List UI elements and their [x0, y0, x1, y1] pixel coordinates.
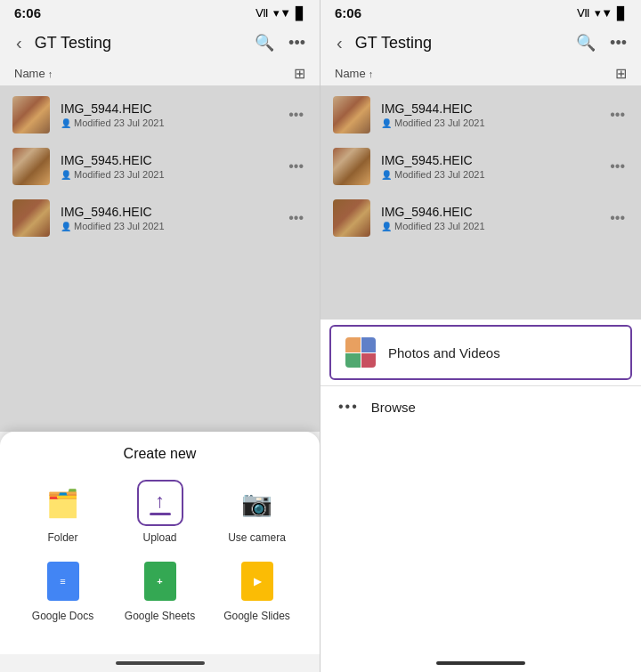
- browse-option[interactable]: ••• Browse: [320, 385, 641, 427]
- right-phone-panel: 6:06 Ⅶ ▾▼ ▊ ‹ GT Testing 🔍 ••• Name ↑ ⊞ …: [320, 0, 641, 672]
- camera-label: Use camera: [228, 531, 286, 544]
- file-info-2-right: IMG_5945.HEIC 👤 Modified 23 Jul 2021: [381, 153, 596, 180]
- camera-option[interactable]: 📷 Use camera: [222, 480, 293, 544]
- nav-title-left: GT Testing: [35, 34, 244, 53]
- status-icons-left: Ⅶ ▾▼ ▊: [256, 6, 305, 20]
- grid-icon-right[interactable]: ⊞: [615, 65, 627, 82]
- back-button-left[interactable]: ‹: [11, 31, 28, 55]
- back-button-right[interactable]: ‹: [331, 31, 348, 55]
- file-meta-icon-3-left: 👤: [61, 222, 71, 231]
- file-item-1-right[interactable]: IMG_5944.HEIC 👤 Modified 23 Jul 2021 •••: [320, 89, 641, 141]
- file-item-2-left[interactable]: IMG_5945.HEIC 👤 Modified 23 Jul 2021 •••: [0, 141, 320, 192]
- file-info-1-left: IMG_5944.HEIC 👤 Modified 23 Jul 2021: [61, 101, 274, 128]
- home-indicator-left: [0, 654, 320, 672]
- sheet-row-2: ≡ Google Docs + Google Sheets ▶: [0, 555, 320, 626]
- search-icon-right[interactable]: 🔍: [572, 29, 599, 56]
- file-thumb-3-right: [333, 199, 370, 237]
- file-meta-icon-1-right: 👤: [381, 118, 392, 128]
- folder-label: Folder: [47, 531, 77, 544]
- browse-icon: •••: [338, 399, 359, 415]
- sheet-title: Create new: [0, 446, 320, 462]
- file-item-3-left[interactable]: IMG_5946.HEIC 👤 Modified 23 Jul 2021 •••: [0, 192, 320, 244]
- gslides-icon: ▶: [241, 562, 273, 601]
- gdocs-option[interactable]: ≡ Google Docs: [28, 558, 99, 622]
- battery-icon-left: ▊: [296, 6, 305, 20]
- file-item-1-left[interactable]: IMG_5944.HEIC 👤 Modified 23 Jul 2021 •••: [0, 89, 320, 141]
- bottom-spacer-right: [320, 427, 641, 654]
- file-meta-3-right: 👤 Modified 23 Jul 2021: [381, 221, 596, 231]
- home-indicator-right: [320, 654, 641, 672]
- sort-arrow-right: ↑: [369, 69, 374, 79]
- file-more-2-right[interactable]: •••: [606, 155, 629, 178]
- browse-label: Browse: [371, 400, 416, 415]
- file-meta-2-right: 👤 Modified 23 Jul 2021: [381, 169, 596, 180]
- upload-icon: ↑: [150, 491, 171, 515]
- status-bar-left: 6:06 Ⅶ ▾▼ ▊: [0, 0, 320, 24]
- gsheets-option[interactable]: + Google Sheets: [125, 558, 196, 622]
- file-thumb-1-right: [333, 96, 370, 134]
- file-item-3-right[interactable]: IMG_5946.HEIC 👤 Modified 23 Jul 2021 •••: [320, 192, 641, 244]
- home-bar-left: [116, 661, 205, 665]
- gdocs-label: Google Docs: [32, 610, 93, 622]
- status-bar-right: 6:06 Ⅶ ▾▼ ▊: [320, 0, 641, 24]
- nav-title-right: GT Testing: [355, 34, 565, 53]
- file-info-2-left: IMG_5945.HEIC 👤 Modified 23 Jul 2021: [61, 153, 274, 180]
- file-thumb-3-left: [12, 199, 50, 237]
- file-name-3-left: IMG_5946.HEIC: [61, 205, 274, 219]
- sort-bar-left: Name ↑ ⊞: [0, 61, 320, 85]
- upload-icon-box: ↑: [137, 480, 183, 526]
- gslides-option[interactable]: ▶ Google Slides: [222, 558, 293, 622]
- file-info-3-left: IMG_5946.HEIC 👤 Modified 23 Jul 2021: [61, 205, 274, 231]
- file-info-3-right: IMG_5946.HEIC 👤 Modified 23 Jul 2021: [381, 205, 596, 231]
- file-more-1-right[interactable]: •••: [606, 103, 629, 126]
- gsheets-icon-box: +: [137, 558, 183, 604]
- status-icons-right: Ⅶ ▾▼ ▊: [577, 6, 627, 20]
- gsheets-icon: +: [144, 562, 176, 601]
- nav-bar-left: ‹ GT Testing 🔍 •••: [0, 24, 320, 61]
- file-meta-1-left: 👤 Modified 23 Jul 2021: [61, 117, 274, 128]
- wifi-icon-left: ▾▼: [273, 6, 291, 20]
- sort-label-left[interactable]: Name ↑: [14, 67, 53, 80]
- more-icon-left[interactable]: •••: [285, 30, 309, 56]
- home-bar-right: [436, 661, 525, 665]
- upload-option[interactable]: ↑ Upload: [125, 480, 196, 544]
- file-more-1-left[interactable]: •••: [285, 103, 307, 126]
- left-phone-panel: 6:06 Ⅶ ▾▼ ▊ ‹ GT Testing 🔍 ••• Name ↑ ⊞ …: [0, 0, 320, 672]
- search-icon-left[interactable]: 🔍: [251, 29, 278, 56]
- signal-icon-right: Ⅶ: [577, 6, 590, 20]
- gdocs-icon: ≡: [47, 562, 79, 601]
- folder-icon-box: 🗂️: [40, 480, 86, 526]
- file-list-left: IMG_5944.HEIC 👤 Modified 23 Jul 2021 •••…: [0, 85, 320, 432]
- photos-and-videos-option[interactable]: Photos and Videos: [329, 325, 632, 380]
- status-time-right: 6:06: [335, 5, 361, 20]
- wifi-icon-right: ▾▼: [595, 6, 613, 20]
- file-item-2-right[interactable]: IMG_5945.HEIC 👤 Modified 23 Jul 2021 •••: [320, 141, 641, 192]
- file-more-3-left[interactable]: •••: [285, 206, 307, 230]
- photos-and-videos-label: Photos and Videos: [388, 345, 500, 360]
- gslides-icon-box: ▶: [234, 558, 280, 604]
- gsheets-label: Google Sheets: [125, 610, 195, 622]
- more-icon-right[interactable]: •••: [606, 30, 630, 56]
- file-more-2-left[interactable]: •••: [285, 155, 307, 178]
- photos-thumb-icon: [345, 337, 376, 368]
- sheet-row-1: 🗂️ Folder ↑ Upload 📷 Use cam: [0, 476, 320, 547]
- gslides-label: Google Slides: [223, 610, 290, 622]
- sort-label-right[interactable]: Name ↑: [335, 67, 373, 80]
- file-name-2-right: IMG_5945.HEIC: [381, 153, 596, 167]
- nav-bar-right: ‹ GT Testing 🔍 •••: [320, 24, 641, 61]
- file-name-3-right: IMG_5946.HEIC: [381, 205, 596, 219]
- folder-option[interactable]: 🗂️ Folder: [28, 480, 99, 544]
- grid-icon-left[interactable]: ⊞: [294, 65, 305, 82]
- file-name-1-left: IMG_5944.HEIC: [61, 101, 274, 116]
- create-new-sheet: Create new 🗂️ Folder ↑ Upload: [0, 432, 320, 654]
- file-thumb-2-right: [333, 148, 370, 185]
- file-more-3-right[interactable]: •••: [606, 206, 629, 230]
- battery-icon-right: ▊: [617, 6, 627, 20]
- upload-label: Upload: [142, 531, 176, 544]
- sort-bar-right: Name ↑ ⊞: [320, 61, 641, 85]
- file-meta-icon-3-right: 👤: [381, 222, 392, 231]
- folder-icon: 🗂️: [46, 488, 79, 519]
- file-meta-3-left: 👤 Modified 23 Jul 2021: [61, 221, 274, 231]
- file-name-1-right: IMG_5944.HEIC: [381, 101, 596, 116]
- signal-icon-left: Ⅶ: [256, 6, 269, 20]
